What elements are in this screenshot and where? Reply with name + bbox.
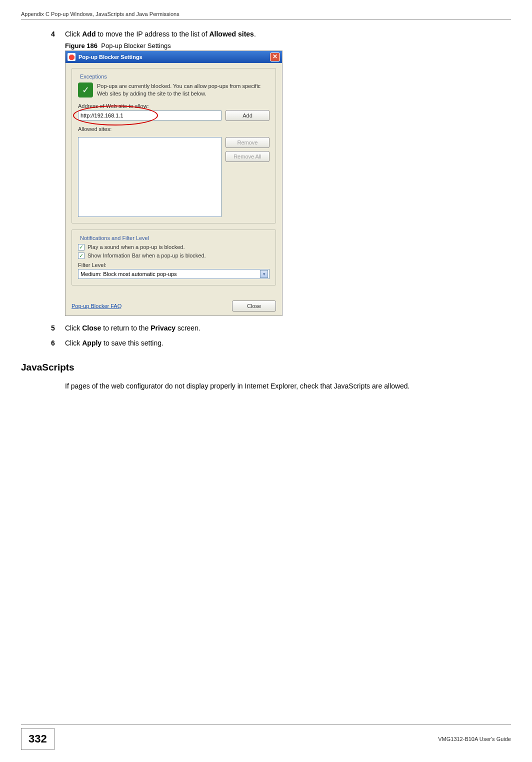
step-6: 6 Click Apply to save this setting. <box>51 339 511 347</box>
checkmark-icon <box>78 82 93 98</box>
javascripts-paragraph: If pages of the web configurator do not … <box>65 381 511 392</box>
page-content: 4 Click Add to move the IP address to th… <box>21 30 511 392</box>
dialog-titlebar: Pop-up Blocker Settings ✕ <box>66 51 282 63</box>
address-row: Add <box>78 110 270 121</box>
allowed-row: Remove Remove All <box>78 137 270 217</box>
play-sound-label: Play a sound when a pop-up is blocked. <box>88 244 184 250</box>
dialog-title: Pop-up Blocker Settings <box>78 54 270 60</box>
step-5: 5 Click Close to return to the Privacy s… <box>51 324 511 332</box>
close-icon[interactable]: ✕ <box>270 52 280 62</box>
allowed-buttons: Remove Remove All <box>226 137 270 217</box>
show-info-label: Show Information Bar when a pop-up is bl… <box>88 252 206 258</box>
bold-apply: Apply <box>82 339 102 347</box>
remove-all-button[interactable]: Remove All <box>226 151 270 162</box>
text: Click <box>65 324 82 332</box>
exceptions-legend: Exceptions <box>78 74 109 80</box>
play-sound-row: ✓ Play a sound when a pop-up is blocked. <box>78 244 270 250</box>
popup-blocker-dialog: Pop-up Blocker Settings ✕ Exceptions Pop… <box>65 50 282 316</box>
text: . <box>254 30 256 38</box>
step-text: Click Close to return to the Privacy scr… <box>65 324 511 332</box>
step-number: 5 <box>51 324 65 332</box>
show-info-row: ✓ Show Information Bar when a pop-up is … <box>78 252 270 259</box>
address-input[interactable] <box>78 110 222 120</box>
faq-link[interactable]: Pop-up Blocker FAQ <box>72 303 122 309</box>
page-footer: 332 VMG1312-B10A User's Guide <box>21 724 511 750</box>
exceptions-top: Pop-ups are currently blocked. You can a… <box>78 82 270 98</box>
text: to save this setting. <box>102 339 164 347</box>
close-button[interactable]: Close <box>232 300 276 312</box>
dialog-body: Exceptions Pop-ups are currently blocked… <box>66 63 282 296</box>
dialog-footer: Pop-up Blocker FAQ Close <box>66 296 282 316</box>
allowed-sites-list[interactable] <box>78 137 222 217</box>
remove-button[interactable]: Remove <box>226 137 270 148</box>
step-4: 4 Click Add to move the IP address to th… <box>51 30 511 38</box>
exceptions-description: Pop-ups are currently blocked. You can a… <box>97 82 270 98</box>
allowed-sites-label: Allowed sites: <box>78 126 270 132</box>
filter-level-value: Medium: Block most automatic pop-ups <box>80 271 177 277</box>
bold-privacy: Privacy <box>150 324 176 332</box>
filter-level-label: Filter Level: <box>78 262 270 268</box>
guide-name: VMG1312-B10A User's Guide <box>438 736 511 742</box>
figure-caption: Figure 186 Pop-up Blocker Settings <box>65 42 511 50</box>
text: to move the IP address to the list of <box>96 30 209 38</box>
add-button[interactable]: Add <box>226 110 270 121</box>
address-wrap <box>78 110 222 120</box>
text: Click <box>65 30 82 38</box>
text: to return to the <box>101 324 150 332</box>
text: Click <box>65 339 82 347</box>
step-text: Click Add to move the IP address to the … <box>65 30 511 38</box>
bold-close: Close <box>82 324 101 332</box>
bold-allowed-sites: Allowed sites <box>209 30 254 38</box>
show-info-checkbox[interactable]: ✓ <box>78 252 84 259</box>
chevron-down-icon: ▾ <box>260 270 268 278</box>
step-number: 4 <box>51 30 65 38</box>
step-number: 6 <box>51 339 65 347</box>
notifications-fieldset: Notifications and Filter Level ✓ Play a … <box>72 230 276 286</box>
figure-title: Pop-up Blocker Settings <box>101 42 170 50</box>
text: screen. <box>176 324 200 332</box>
dialog-icon <box>68 53 76 61</box>
bold-add: Add <box>82 30 96 38</box>
exceptions-fieldset: Exceptions Pop-ups are currently blocked… <box>72 68 276 224</box>
header-title: Appendix C Pop-up Windows, JavaScripts a… <box>21 11 180 17</box>
page-header: Appendix C Pop-up Windows, JavaScripts a… <box>21 11 511 20</box>
notifications-legend: Notifications and Filter Level <box>78 235 151 241</box>
page-number: 332 <box>21 728 54 750</box>
figure-label: Figure 186 <box>65 42 98 50</box>
step-text: Click Apply to save this setting. <box>65 339 511 347</box>
play-sound-checkbox[interactable]: ✓ <box>78 244 84 250</box>
address-label: Address of Web site to allow: <box>78 103 270 109</box>
filter-level-select[interactable]: Medium: Block most automatic pop-ups ▾ <box>78 269 270 279</box>
javascripts-heading: JavaScripts <box>21 362 511 373</box>
